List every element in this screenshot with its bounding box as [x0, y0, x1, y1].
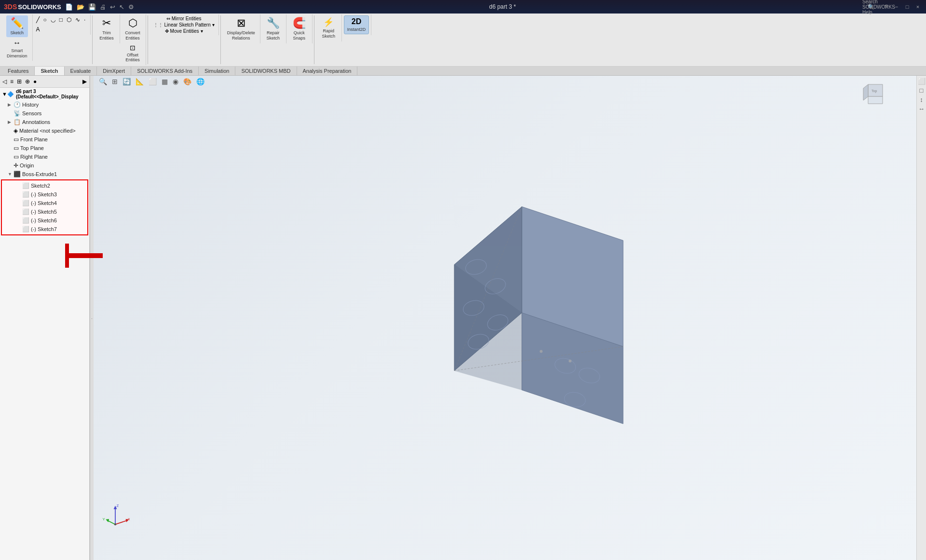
- open-icon[interactable]: 📂: [77, 3, 84, 11]
- origin-label: Origin: [20, 163, 34, 168]
- sidebar-back-icon[interactable]: ◁: [1, 77, 8, 86]
- tab-mbd[interactable]: SOLIDWORKS MBD: [235, 67, 297, 75]
- svg-text:Y: Y: [102, 517, 105, 521]
- expand-icon[interactable]: ▶: [82, 77, 88, 86]
- tab-evaluate[interactable]: Evaluate: [65, 67, 97, 75]
- smart-dimension-button[interactable]: ↔ SmartDimension: [4, 37, 30, 60]
- right-panel-icon-2[interactable]: □: [920, 87, 924, 94]
- polygon-icon: ⬡: [67, 16, 71, 23]
- tab-analysis[interactable]: Analysis Preparation: [297, 67, 358, 75]
- right-panel-icon-3[interactable]: ↕: [920, 96, 923, 103]
- tree-item-front-plane[interactable]: ▭ Front Plane: [0, 135, 89, 144]
- instant2d-button[interactable]: 2D Instant2D: [344, 15, 369, 34]
- tab-addins[interactable]: SOLIDWORKS Add-Ins: [131, 67, 199, 75]
- quick-snaps-button[interactable]: 🧲 QuickSnaps: [288, 15, 310, 42]
- polygon-tool-button[interactable]: ⬡: [65, 15, 73, 24]
- tree-item-origin[interactable]: ✛ Origin: [0, 161, 89, 170]
- pointer-icon[interactable]: ↖: [119, 3, 124, 11]
- right-panel-icon-1[interactable]: ⬜: [918, 78, 926, 85]
- move-entities-button[interactable]: ✥ Move Entities ▾: [163, 28, 205, 34]
- tree-item-material[interactable]: ◈ Material <not specified>: [0, 126, 89, 135]
- tree-item-right-plane[interactable]: ▭ Right Plane: [0, 152, 89, 161]
- tree-item-sketch5[interactable]: ⬜ (-) Sketch5: [3, 207, 86, 216]
- text-tool-button[interactable]: A: [35, 25, 41, 34]
- origin-icon: ✛: [14, 162, 18, 169]
- rapid-sketch-button[interactable]: ⚡ RapidSketch: [318, 15, 340, 41]
- appearance-icon[interactable]: ●: [32, 77, 38, 86]
- tree-item-boss-extrude1[interactable]: ▼ ⬛ Boss-Extrude1: [0, 170, 89, 178]
- view-lights-icon[interactable]: ◉: [171, 77, 180, 86]
- view-scenes-icon[interactable]: 🎨: [182, 77, 193, 86]
- tab-features[interactable]: Features: [2, 67, 35, 75]
- linear-sketch-pattern-button[interactable]: ⋮⋮ Linear Sketch Pattern ▾: [151, 22, 217, 28]
- ribbon-group-rapid: ⚡ RapidSketch: [316, 14, 342, 41]
- viewport[interactable]: 🔍 ⊞ 🔄 📐 ⬜ ▦ ◉ 🎨 🌐: [94, 76, 916, 560]
- property-manager-icon[interactable]: ⊞: [16, 77, 23, 86]
- tree-item-top-plane[interactable]: ▭ Top Plane: [0, 144, 89, 152]
- sketch-icon: ✏️: [11, 17, 24, 29]
- tab-dimxpert[interactable]: DimXpert: [97, 67, 131, 75]
- text-icon: A: [36, 26, 40, 33]
- line-tool-button[interactable]: ╱: [35, 15, 41, 24]
- spline-tool-button[interactable]: ∿: [74, 15, 82, 24]
- view-rendering-icon[interactable]: 🌐: [195, 77, 206, 86]
- view-appearance-icon[interactable]: ▦: [160, 77, 169, 86]
- view-fit-icon[interactable]: ⊞: [110, 77, 119, 86]
- restore-button[interactable]: □: [903, 2, 912, 11]
- mirror-entities-button[interactable]: ⇔ Mirror Entities: [164, 15, 204, 22]
- root-icon: 🔷: [7, 91, 14, 97]
- tree-item-sketch4[interactable]: ⬜ (-) Sketch4: [3, 199, 86, 207]
- offset-entities-button[interactable]: ⊡ OffsetEntities: [122, 42, 144, 65]
- help-icon[interactable]: ?: [882, 2, 890, 11]
- undo-icon[interactable]: ↩: [110, 3, 115, 11]
- right-panel-icon-4[interactable]: ↔: [918, 105, 925, 112]
- viewport-toolbar: 🔍 ⊞ 🔄 📐 ⬜ ▦ ◉ 🎨 🌐: [94, 76, 916, 87]
- root-label: d6 part 3 (Default<<Default>_Display: [16, 89, 87, 99]
- trim-entities-button[interactable]: ✂ TrimEntities: [96, 15, 118, 42]
- sketch3-icon: ⬜: [22, 191, 29, 198]
- convert-entities-button[interactable]: ⬡ ConvertEntities: [122, 15, 144, 42]
- point-tool-button[interactable]: ·: [82, 15, 87, 24]
- options-icon[interactable]: ⚙: [128, 3, 134, 11]
- tree-item-sketch2[interactable]: ⬜ Sketch2: [3, 181, 86, 190]
- rect-tool-button[interactable]: □: [58, 15, 64, 24]
- tree-item-sketch6[interactable]: ⬜ (-) Sketch6: [3, 216, 86, 225]
- front-plane-icon: ▭: [14, 136, 19, 143]
- repair-sketch-button[interactable]: 🔧 RepairSketch: [262, 15, 284, 42]
- sketch-button[interactable]: ✏️ Sketch: [6, 15, 28, 37]
- svg-point-16: [540, 350, 543, 353]
- tree-item-annotations[interactable]: ▶ 📋 Annotations: [0, 118, 89, 126]
- save-icon[interactable]: 💾: [88, 3, 96, 11]
- tab-simulation[interactable]: Simulation: [199, 67, 235, 75]
- feature-manager-icon[interactable]: ≡: [9, 77, 14, 86]
- tree-item-history[interactable]: ▶ 🕐 History: [0, 100, 89, 109]
- minimize-button[interactable]: −: [892, 2, 901, 11]
- circle-tool-button[interactable]: ○: [42, 15, 48, 24]
- ribbon-group-mirror: ⇔ Mirror Entities ⋮⋮ Linear Sketch Patte…: [150, 14, 219, 35]
- material-icon: ◈: [14, 127, 18, 134]
- view-display-icon[interactable]: ⬜: [147, 77, 158, 86]
- close-button[interactable]: ×: [913, 2, 922, 11]
- view-section-icon[interactable]: 📐: [134, 77, 145, 86]
- new-icon[interactable]: 📄: [65, 3, 73, 11]
- arc-icon: ◡: [51, 16, 55, 23]
- ribbon-sep-2: [148, 15, 148, 64]
- tree-item-sensors[interactable]: 📡 Sensors: [0, 109, 89, 118]
- view-rotate-icon[interactable]: 🔄: [121, 77, 132, 86]
- sidebar-collapse-handle[interactable]: ·: [90, 76, 94, 560]
- offset-icon: ⊡: [130, 44, 136, 52]
- configuration-icon[interactable]: ⊕: [24, 77, 31, 86]
- display-delete-relations-button[interactable]: ⊠ Display/DeleteRelations: [224, 15, 258, 42]
- ribbon: ✏️ Sketch ↔ SmartDimension ╱ ○ ◡ □ ⬡: [0, 14, 926, 67]
- print-icon[interactable]: 🖨: [100, 3, 106, 11]
- arc-tool-button[interactable]: ◡: [49, 15, 57, 24]
- tree-root[interactable]: ▼ 🔷 d6 part 3 (Default<<Default>_Display: [0, 88, 89, 100]
- view-zoom-icon[interactable]: 🔍: [97, 77, 109, 86]
- svg-marker-25: [106, 519, 109, 522]
- search-solidworks[interactable]: 🔍 Search SOLIDWORKS Help: [871, 2, 880, 11]
- tab-sketch[interactable]: Sketch: [35, 67, 64, 75]
- sketch6-label: (-) Sketch6: [31, 218, 57, 223]
- tree-item-sketch3[interactable]: ⬜ (-) Sketch3: [3, 190, 86, 199]
- sketch2-label: Sketch2: [31, 183, 50, 189]
- tree-item-sketch7[interactable]: ⬜ (-) Sketch7: [3, 225, 86, 233]
